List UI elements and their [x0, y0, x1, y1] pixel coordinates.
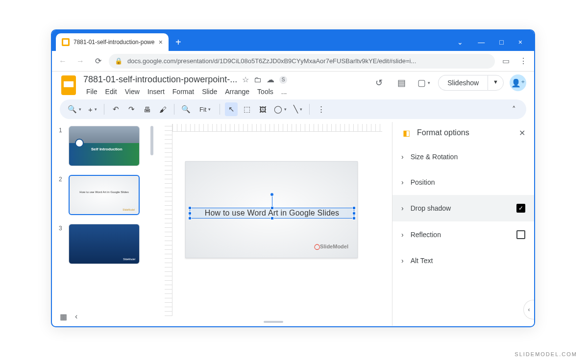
chevron-down-icon[interactable]: ⌄: [457, 38, 463, 46]
menu-tools[interactable]: Tools: [254, 87, 276, 97]
doc-badge: S: [279, 76, 287, 84]
search-menu-icon[interactable]: 🔍: [66, 102, 83, 116]
textbox-icon[interactable]: ⬚: [241, 102, 253, 116]
shape-icon[interactable]: ◯: [272, 102, 289, 116]
section-label: Size & Rotation: [411, 153, 458, 161]
url-text: docs.google.com/presentation/d/1D9CiL08o…: [127, 57, 416, 65]
slides-favicon: [62, 38, 70, 46]
thumb2-text: How to use Word Art in Google Slides: [79, 191, 128, 194]
reflection-checkbox[interactable]: [516, 230, 525, 239]
drop-shadow-checkbox[interactable]: ✓: [516, 204, 525, 213]
back-button[interactable]: ←: [56, 54, 70, 68]
resize-handle[interactable]: [352, 206, 356, 210]
resize-handle[interactable]: [352, 217, 356, 220]
line-icon[interactable]: ╲: [292, 102, 304, 116]
share-button[interactable]: 👤⁺: [510, 74, 526, 91]
slide-thumbnail-3[interactable]: SlideModel: [69, 224, 140, 264]
resize-handle[interactable]: [270, 206, 274, 210]
slide-canvas[interactable]: How to use Word Art in Google Slides ◯Sl…: [155, 122, 392, 326]
menu-arrange[interactable]: Arrange: [222, 87, 252, 97]
chevron-right-icon: ›: [401, 231, 404, 239]
section-alt-text[interactable]: › Alt Text: [392, 248, 534, 273]
chevron-right-icon: ›: [401, 204, 404, 212]
print-icon[interactable]: 🖶: [141, 102, 153, 116]
close-panel-icon[interactable]: ✕: [519, 128, 525, 138]
format-options-icon: ◧: [401, 128, 411, 138]
section-reflection[interactable]: › Reflection: [392, 221, 534, 248]
cloud-status-icon[interactable]: ☁: [267, 75, 274, 84]
paint-format-icon[interactable]: 🖌: [156, 102, 169, 116]
resize-handle[interactable]: [188, 206, 192, 210]
menu-edit[interactable]: Edit: [102, 87, 120, 97]
section-position[interactable]: › Position: [392, 170, 534, 195]
thumb-num-3: 3: [59, 224, 64, 264]
thumb3-brand: SlideModel: [123, 258, 135, 261]
minimize-icon[interactable]: ―: [478, 38, 485, 46]
forward-button[interactable]: →: [74, 54, 87, 68]
select-tool-icon[interactable]: ↖: [225, 102, 238, 116]
menu-more[interactable]: ...: [278, 87, 290, 97]
undo-icon[interactable]: ↶: [109, 102, 122, 116]
slides-logo-icon[interactable]: [60, 74, 77, 96]
section-label: Alt Text: [411, 257, 433, 265]
menu-icon[interactable]: ⋮: [516, 54, 530, 68]
menu-format[interactable]: Format: [170, 87, 197, 97]
close-window-icon[interactable]: ×: [518, 38, 522, 46]
reload-button[interactable]: ⟳: [91, 54, 105, 68]
filmstrip-scrollbar[interactable]: [150, 126, 153, 155]
thumb1-title: Self Introduction: [91, 147, 122, 151]
meet-icon[interactable]: ▢: [416, 74, 432, 91]
doc-title[interactable]: 7881-01-self-introduction-powerpoint-...: [83, 74, 237, 85]
speaker-notes-drag[interactable]: [264, 321, 283, 323]
collapse-toolbar-icon[interactable]: ˄: [508, 102, 520, 116]
bottom-bar: ▦ ‹: [60, 312, 77, 321]
slideshow-dropdown[interactable]: ▼: [488, 75, 504, 91]
omnibox[interactable]: 🔒 docs.google.com/presentation/d/1D9CiL0…: [109, 54, 495, 69]
filmstrip: 1 Self Introduction 2 How to use Word Ar…: [52, 122, 155, 326]
slide-thumbnail-1[interactable]: Self Introduction: [69, 126, 140, 166]
section-size-rotation[interactable]: › Size & Rotation: [392, 144, 534, 170]
format-options-panel: ◧ Format options ✕ › Size & Rotation › P…: [392, 122, 534, 326]
image-icon[interactable]: 🖼: [256, 102, 269, 116]
slide-thumbnail-2[interactable]: How to use Word Art in Google Slides Sli…: [69, 175, 140, 215]
section-label: Position: [411, 178, 435, 186]
menu-insert[interactable]: Insert: [145, 87, 168, 97]
wordart-selection[interactable]: How to use Word Art in Google Slides: [190, 208, 354, 218]
slide[interactable]: How to use Word Art in Google Slides ◯Sl…: [185, 161, 358, 258]
resize-handle[interactable]: [188, 217, 192, 220]
thumb2-brand: SlideModel: [122, 208, 135, 211]
menu-file[interactable]: File: [83, 87, 100, 97]
zoom-icon[interactable]: 🔍: [179, 102, 193, 116]
redo-icon[interactable]: ↷: [125, 102, 138, 116]
grid-view-icon[interactable]: ▦: [60, 312, 67, 321]
page-watermark: SLIDEMODEL.COM: [514, 351, 577, 357]
format-options-title: Format options: [417, 128, 513, 137]
menu-slide[interactable]: Slide: [199, 87, 220, 97]
browser-tab[interactable]: 7881-01-self-introduction-powe ×: [56, 33, 169, 51]
reader-icon[interactable]: ▭: [499, 54, 513, 68]
section-drop-shadow[interactable]: › Drop shadow ✓: [392, 195, 534, 221]
move-folder-icon[interactable]: 🗀: [254, 75, 262, 84]
prev-slide-icon[interactable]: ‹: [75, 312, 77, 321]
new-slide-icon[interactable]: +: [86, 102, 99, 116]
history-icon[interactable]: ↺: [370, 74, 387, 91]
chevron-right-icon: ›: [401, 178, 404, 186]
star-icon[interactable]: ☆: [242, 75, 249, 84]
more-tools-icon[interactable]: ⋮: [315, 102, 327, 116]
vertical-ruler: [165, 124, 172, 316]
resize-handle[interactable]: [270, 217, 274, 220]
tab-title: 7881-01-self-introduction-powe: [74, 39, 154, 46]
zoom-level[interactable]: Fit: [196, 102, 215, 116]
rotate-handle[interactable]: [270, 193, 274, 196]
slideshow-button[interactable]: Slideshow: [438, 75, 488, 91]
menu-bar: File Edit View Insert Format Slide Arran…: [83, 87, 290, 97]
resize-handle[interactable]: [188, 212, 192, 215]
resize-handle[interactable]: [352, 212, 356, 215]
new-tab-button[interactable]: +: [169, 37, 188, 51]
window-controls: ⌄ ― □ ×: [457, 38, 534, 51]
close-tab-icon[interactable]: ×: [159, 38, 163, 46]
menu-view[interactable]: View: [122, 87, 143, 97]
maximize-icon[interactable]: □: [499, 38, 503, 46]
titlebar: 7881-01-self-introduction-powe × + ⌄ ― □…: [52, 30, 534, 51]
comments-icon[interactable]: ▤: [393, 74, 410, 91]
